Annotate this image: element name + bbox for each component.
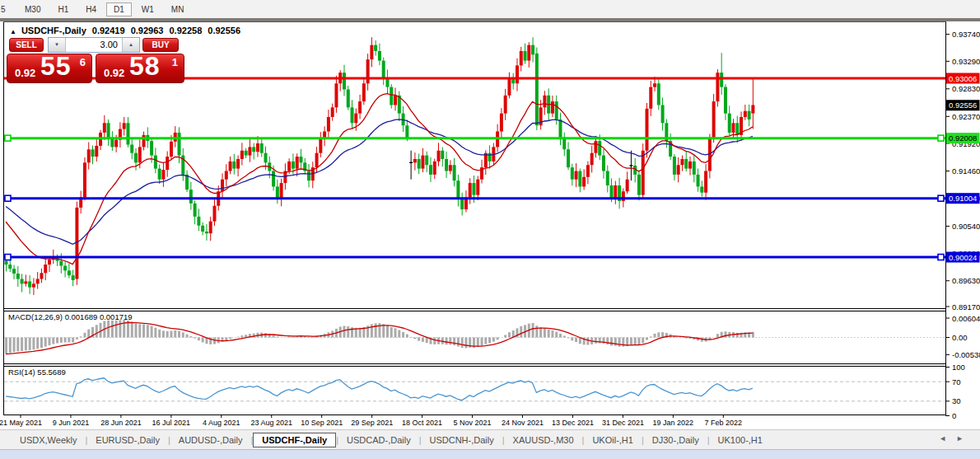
candle-body — [700, 186, 703, 192]
status-bar — [0, 449, 980, 459]
tab-scroll-right-icon[interactable]: ► — [956, 434, 973, 443]
candle-body — [299, 157, 302, 162]
candle-body — [319, 138, 322, 152]
candle-body — [433, 162, 436, 175]
line-handle[interactable] — [5, 255, 11, 260]
sell-price-pip: 6 — [80, 56, 86, 68]
timeframe-button-m30[interactable]: M30 — [17, 3, 48, 16]
line-handle[interactable] — [938, 195, 944, 201]
chart-tab-xauusd-m30[interactable]: XAUUSD-,M30 — [505, 433, 582, 447]
candle-body — [653, 83, 656, 87]
price-tick-label: 0.93740 — [952, 30, 980, 39]
volume-input[interactable]: 3.00 — [66, 38, 122, 52]
candle-body — [343, 73, 346, 89]
candle-body — [626, 180, 629, 192]
date-label: 9 Jun 2021 — [53, 419, 90, 427]
date-label: 10 Sep 2021 — [301, 419, 343, 427]
ohlc-close: 0.92556 — [208, 26, 240, 35]
candle-body — [236, 159, 240, 169]
candle-body — [134, 153, 138, 163]
price-tick-label: 0.93290 — [952, 57, 980, 66]
candle-body — [36, 279, 40, 284]
candle-body — [598, 141, 601, 155]
candle-body — [488, 153, 492, 162]
buy-button[interactable]: BUY — [142, 38, 179, 52]
date-label: 13 Dec 2021 — [552, 419, 594, 427]
buy-price-box[interactable]: 0.92 58 1 — [96, 54, 184, 83]
chart-tab-uk100-h1[interactable]: UK100-,H1 — [710, 433, 771, 447]
candle-body — [748, 111, 751, 119]
rsi-tick-label: 30 — [952, 396, 961, 405]
toolbar-divider — [0, 18, 980, 21]
candle-body — [44, 265, 47, 273]
date-label: 5 Nov 2021 — [454, 419, 492, 427]
symbol-period-label: USDCHF-,Daily — [21, 26, 86, 35]
candle-body — [413, 159, 417, 162]
price-tick-label: 0.92370 — [952, 112, 980, 121]
timeframe-toolbar: 5M30H1H4D1W1MN — [0, 0, 980, 19]
chart-tab-audusd-daily[interactable]: AUDUSD-,Daily — [170, 433, 251, 447]
candle-body — [602, 156, 605, 171]
chart-tab-usdchf-daily[interactable]: USDCHF-,Daily — [253, 433, 336, 447]
tab-scroll-arrows: ◄► — [939, 434, 973, 443]
candle-body — [315, 153, 319, 167]
candle-body — [724, 87, 727, 114]
line-handle[interactable] — [938, 255, 944, 260]
candle-body — [170, 142, 173, 157]
candle-body — [103, 123, 106, 133]
candle-body — [307, 171, 310, 181]
price-tag-label: 0.91004 — [949, 194, 977, 203]
sell-price-big: 55 — [40, 51, 72, 82]
candle-body — [524, 51, 527, 61]
pane-splitter[interactable] — [4, 310, 945, 311]
timeframe-button-5[interactable]: 5 — [0, 3, 15, 16]
rsi-label: RSI(14) 55.5689 — [8, 368, 66, 377]
collapse-icon[interactable]: ▲ — [10, 28, 16, 35]
candle-body — [642, 151, 645, 195]
candle-body — [327, 117, 330, 131]
chart-tab-usdx-weekly[interactable]: USDX,Weekly — [12, 433, 85, 447]
chart-tab-ukoil-h1[interactable]: UKOil-,H1 — [584, 433, 642, 447]
pane-splitter[interactable] — [4, 365, 945, 367]
candle-body — [292, 162, 295, 169]
timeframe-button-h4[interactable]: H4 — [78, 3, 104, 16]
sell-price-box[interactable]: 0.92 55 6 — [7, 54, 92, 83]
volume-down-icon[interactable]: ▼ — [49, 38, 66, 52]
timeframe-button-mn[interactable]: MN — [164, 3, 192, 16]
line-handle[interactable] — [938, 135, 944, 141]
candle-body — [158, 169, 161, 180]
candle-body — [150, 141, 153, 155]
date-label: 21 May 2021 — [0, 419, 42, 427]
candle-body — [460, 199, 464, 209]
candle-body — [114, 140, 118, 148]
timeframe-button-d1[interactable]: D1 — [106, 2, 132, 16]
candle-body — [405, 125, 408, 138]
candle-body — [351, 107, 354, 123]
line-handle[interactable] — [5, 195, 11, 201]
ohlc-high: 0.92963 — [131, 26, 164, 35]
chart-tab-usdcnh-daily[interactable]: USDCNH-,Daily — [422, 433, 502, 447]
candle-body — [421, 156, 424, 169]
ohlc-open: 0.92419 — [92, 26, 125, 35]
timeframe-button-h1[interactable]: H1 — [50, 3, 76, 16]
candle-body — [229, 162, 232, 171]
candle-body — [535, 54, 539, 125]
chart-tab-dj30-daily[interactable]: DJ30-,Daily — [644, 433, 707, 447]
sell-button[interactable]: SELL — [9, 38, 44, 52]
date-label: 31 Dec 2021 — [602, 419, 644, 427]
price-tag-label: 0.93006 — [949, 74, 977, 83]
candle-body — [586, 165, 590, 177]
line-handle[interactable] — [5, 135, 11, 141]
candle-body — [264, 153, 268, 163]
candle-body — [347, 90, 350, 108]
candle-body — [437, 151, 441, 162]
chart-tab-usdcad-daily[interactable]: USDCAD-,Daily — [338, 433, 419, 447]
chart-tab-eurusd-daily[interactable]: EURUSD-,Daily — [87, 433, 168, 447]
buy-price-pip: 1 — [172, 56, 178, 68]
tab-scroll-left-icon[interactable]: ◄ — [939, 434, 956, 443]
timeframe-button-w1[interactable]: W1 — [134, 3, 161, 16]
candle-body — [716, 73, 719, 101]
volume-up-icon[interactable]: ▲ — [122, 38, 139, 52]
candle-body — [374, 45, 377, 51]
candle-body — [735, 123, 739, 135]
